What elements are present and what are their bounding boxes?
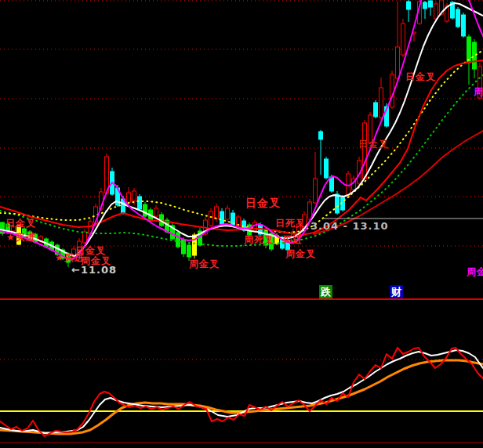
wealth-marker[interactable]: 财 — [390, 285, 403, 298]
candlestick-chart[interactable] — [0, 0, 483, 448]
fall-marker[interactable]: 跌 — [319, 285, 332, 298]
stock-chart-app: 日金叉★买进★买进日金叉周金叉←11.08周金叉日金叉周死叉日死叉买进周金叉3.… — [0, 0, 483, 448]
